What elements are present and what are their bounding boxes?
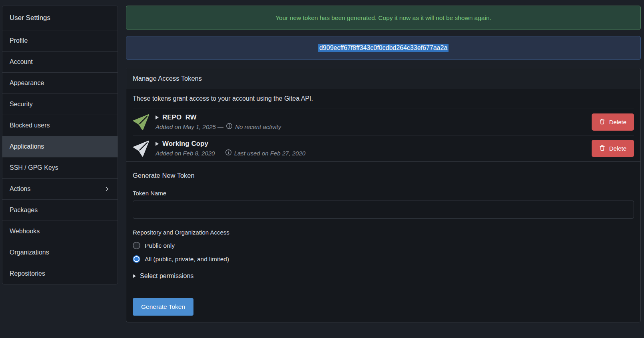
info-icon: [226, 123, 233, 131]
sidebar-item-blocked-users[interactable]: Blocked users: [2, 115, 118, 136]
caret-right-icon: [133, 274, 136, 278]
token-expand-toggle[interactable]: REPO_RW: [156, 113, 586, 121]
sidebar-item-packages[interactable]: Packages: [2, 199, 118, 221]
caret-right-icon: [156, 115, 159, 119]
token-name: Working Copy: [162, 140, 208, 148]
radio-checked-icon[interactable]: [133, 255, 140, 263]
trash-icon: [599, 145, 605, 152]
sidebar-item-organizations[interactable]: Organizations: [2, 242, 118, 263]
token-name: REPO_RW: [162, 113, 197, 121]
main-content: Your new token has been generated. Copy …: [126, 6, 641, 330]
token-row: Working Copy Added on Feb 8, 2020 — Last…: [133, 135, 634, 161]
form-title: Generate New Token: [133, 172, 634, 179]
token-name-input[interactable]: [133, 201, 634, 219]
paper-plane-icon: [133, 114, 150, 131]
delete-token-button[interactable]: Delete: [592, 140, 634, 157]
token-row: REPO_RW Added on May 1, 2025 — No recent…: [133, 109, 634, 135]
access-scope-label: Repository and Organization Access: [133, 229, 634, 236]
sidebar-item-security[interactable]: Security: [2, 93, 118, 115]
radio-option-public-only[interactable]: Public only: [133, 242, 634, 249]
new-token-value[interactable]: d909ecff67f8ff343c0f0cdbd264c33ef677aa2a: [318, 44, 449, 52]
token-name-label: Token Name: [133, 190, 634, 197]
sidebar-title: User Settings: [2, 6, 118, 30]
delete-token-button[interactable]: Delete: [592, 113, 634, 131]
panel-description: These tokens grant access to your accoun…: [133, 89, 634, 109]
sidebar-item-webhooks[interactable]: Webhooks: [2, 221, 118, 242]
sidebar-item-ssh-gpg-keys[interactable]: SSH / GPG Keys: [2, 157, 118, 178]
generate-token-button[interactable]: Generate Token: [133, 298, 193, 316]
radio-option-all[interactable]: All (public, private, and limited): [133, 255, 634, 263]
sidebar-item-account[interactable]: Account: [2, 51, 118, 72]
sidebar-item-repositories[interactable]: Repositories: [2, 263, 118, 284]
radio-unchecked-icon[interactable]: [133, 242, 140, 249]
caret-right-icon: [156, 142, 159, 146]
settings-sidebar: User Settings Profile Account Appearance…: [2, 6, 118, 284]
sidebar-item-appearance[interactable]: Appearance: [2, 72, 118, 93]
token-meta: Added on May 1, 2025 — No recent activit…: [156, 123, 586, 131]
paper-plane-icon: [133, 140, 150, 157]
chevron-right-icon: [104, 186, 110, 192]
generate-token-form: Generate New Token Token Name Repository…: [126, 161, 640, 322]
sidebar-item-applications[interactable]: Applications: [2, 136, 118, 157]
token-meta: Added on Feb 8, 2020 — Last used on Feb …: [156, 149, 586, 157]
sidebar-item-profile[interactable]: Profile: [2, 30, 118, 51]
panel-header: Manage Access Tokens: [126, 68, 640, 89]
trash-icon: [599, 118, 605, 126]
new-token-box: d909ecff67f8ff343c0f0cdbd264c33ef677aa2a: [126, 36, 641, 60]
select-permissions-toggle[interactable]: Select permissions: [133, 272, 634, 280]
sidebar-item-actions[interactable]: Actions: [2, 178, 118, 199]
success-message: Your new token has been generated. Copy …: [126, 6, 641, 30]
info-icon: [225, 149, 232, 157]
token-expand-toggle[interactable]: Working Copy: [156, 140, 586, 148]
page: User Settings Profile Account Appearance…: [0, 0, 644, 330]
access-tokens-panel: Manage Access Tokens These tokens grant …: [126, 68, 641, 322]
